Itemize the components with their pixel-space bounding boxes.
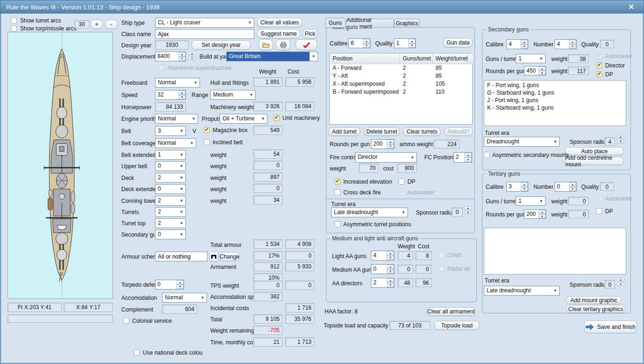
turrets-dropdown[interactable]: 2▼ — [155, 207, 186, 217]
tg-sponson-step-buttons[interactable]: ▲▼ — [617, 277, 624, 287]
spin-up-icon[interactable]: ▲ — [188, 52, 196, 55]
torpedo-defence-spinner[interactable]: 0 ▲▼ — [155, 280, 184, 290]
list-item[interactable]: K - Starboard wing, 1 guns — [487, 104, 623, 111]
spin-up-icon[interactable]: ▲ — [363, 39, 370, 44]
mg-sponson-step-buttons[interactable]: ▲▼ — [464, 206, 472, 215]
spin-up-icon[interactable]: ▲ — [539, 210, 546, 214]
national-deck-colour-checkbox[interactable] — [134, 349, 140, 356]
chevron-down-icon[interactable]: ▼ — [178, 185, 185, 193]
armour-scheme-input[interactable] — [155, 252, 207, 261]
sg-calibre-spinner[interactable]: 4 ▲▼ — [506, 39, 528, 49]
spin-down-icon[interactable]: ▼ — [408, 44, 415, 48]
turret-top-dropdown[interactable]: 2▼ — [155, 218, 186, 228]
spin-down-icon[interactable]: ▼ — [464, 211, 472, 215]
chevron-down-icon[interactable]: ▼ — [400, 208, 407, 217]
spin-up-icon[interactable]: ▲ — [569, 40, 576, 45]
speed-spinner[interactable]: 32 ▲▼ — [155, 90, 186, 100]
col-guns-per-turret[interactable]: Guns/turret — [400, 53, 433, 64]
belt-dropdown[interactable]: 3▼ — [155, 126, 186, 136]
table-row[interactable]: B - Forward superimposed2110 — [330, 88, 472, 96]
class-name-input[interactable] — [155, 29, 254, 39]
delete-turret-button[interactable]: Delete turret — [364, 127, 400, 136]
zoom-out-button[interactable]: - — [105, 20, 118, 29]
aa-directors-spinner[interactable]: 2 ▲▼ — [371, 278, 394, 288]
freeboard-dropdown[interactable]: Normal▼ — [155, 78, 200, 88]
medium-aa-spinner[interactable]: 0 ▲▼ — [371, 264, 394, 274]
propulsion-dropdown[interactable]: Oil + Turbine▼ — [220, 114, 267, 124]
spin-down-icon[interactable]: ▼ — [465, 157, 472, 162]
ship-view[interactable] — [7, 32, 113, 299]
chevron-down-icon[interactable]: ▼ — [408, 153, 416, 162]
spin-up-icon[interactable]: ▲ — [387, 251, 394, 256]
spin-up-icon[interactable]: ▲ — [464, 206, 472, 210]
chevron-down-icon[interactable]: ▼ — [259, 114, 267, 123]
colonial-service-checkbox[interactable] — [123, 318, 129, 324]
spin-down-icon[interactable]: ▼ — [177, 285, 184, 290]
sg-dp-checkbox[interactable] — [596, 71, 602, 77]
spin-down-icon[interactable]: ▼ — [178, 95, 185, 100]
sg-turret-era-dropdown[interactable]: Dreadnought▼ — [484, 137, 560, 147]
table-row[interactable]: X - Aft superimposed2105 — [330, 80, 472, 88]
belt-extended-dropdown[interactable]: 1▼ — [155, 150, 186, 160]
fc-positions-spinner[interactable]: 2 ▲▼ — [453, 152, 472, 163]
inclined-belt-checkbox[interactable] — [204, 139, 210, 145]
spin-down-icon[interactable]: ▼ — [178, 57, 185, 61]
spin-up-icon[interactable]: ▲ — [178, 52, 185, 57]
spin-down-icon[interactable]: ▼ — [188, 56, 196, 60]
armour-scheme-icon-button[interactable] — [209, 252, 218, 261]
chevron-down-icon[interactable]: ▼ — [310, 52, 318, 61]
spin-up-icon[interactable]: ▲ — [617, 135, 624, 139]
tg-dp-checkbox[interactable] — [596, 208, 602, 214]
chevron-down-icon[interactable]: ▼ — [188, 139, 196, 148]
print-button[interactable] — [276, 39, 290, 50]
ship-type-dropdown[interactable]: CL - Light cruiser▼ — [155, 18, 254, 28]
spin-up-icon[interactable]: ▲ — [569, 182, 576, 187]
armour-scheme-change-button[interactable]: Change — [220, 252, 239, 261]
spin-down-icon[interactable]: ▼ — [387, 283, 394, 288]
auto-place-button[interactable]: Auto place — [565, 147, 624, 155]
zoom-in-button[interactable]: + — [90, 20, 103, 29]
spin-up-icon[interactable]: ▲ — [617, 278, 624, 282]
spin-up-icon[interactable]: ▲ — [387, 265, 394, 269]
sg-guns-per-turret-dropdown[interactable]: 1▼ — [516, 54, 546, 63]
list-item[interactable]: J - Port wing, 1 guns — [487, 97, 623, 104]
table-row[interactable]: A - Forward285 — [330, 64, 472, 72]
sg-rounds-spinner[interactable]: 450 ▲▼ — [524, 66, 546, 75]
spin-down-icon[interactable]: ▼ — [617, 282, 624, 286]
confirm-button[interactable] — [296, 39, 317, 50]
secondary-mounts-list[interactable]: F - Port wing, 1 guns G - Starboard wing… — [484, 80, 626, 126]
chevron-down-icon[interactable]: ▼ — [551, 137, 559, 146]
cross-deck-fire-checkbox[interactable] — [334, 189, 341, 195]
tertiary-mounts-list[interactable] — [484, 228, 626, 275]
clear-all-values-button[interactable]: Clear all values — [257, 18, 302, 27]
engine-priority-dropdown[interactable]: Normal▼ — [155, 114, 198, 124]
mg-dp-checkbox[interactable] — [399, 178, 405, 185]
chevron-down-icon[interactable]: ▼ — [178, 162, 185, 171]
spin-down-icon[interactable]: ▼ — [539, 71, 546, 75]
tg-number-spinner[interactable]: 0 ▲▼ — [555, 182, 577, 192]
chevron-down-icon[interactable]: ▼ — [190, 114, 198, 123]
chevron-down-icon[interactable]: ▼ — [178, 208, 185, 216]
add-mount-graphic-button[interactable]: Add mount graphic — [566, 296, 622, 304]
col-position[interactable]: Position — [330, 53, 400, 64]
list-item[interactable]: G - Starboard wing, 1 guns — [487, 89, 623, 97]
increased-elevation-checkbox[interactable] — [334, 178, 341, 185]
chevron-down-icon[interactable]: ▼ — [178, 196, 185, 205]
col-weight-per-turret[interactable]: Weight/turret — [433, 53, 467, 64]
light-aa-spinner[interactable]: 4 ▲▼ — [371, 251, 394, 260]
deck-dropdown[interactable]: 2▼ — [155, 173, 186, 183]
chevron-down-icon[interactable]: ▼ — [192, 78, 200, 87]
deck-extended-dropdown[interactable]: 0▼ — [155, 184, 186, 194]
spin-up-icon[interactable]: ▲ — [178, 90, 185, 95]
build-at-yard-dropdown[interactable]: Great Britain▼ — [226, 52, 318, 61]
sg-number-spinner[interactable]: 4 ▲▼ — [555, 39, 577, 49]
clear-turrets-button[interactable]: Clear turrets — [403, 127, 441, 136]
displacement-spinner[interactable]: 8400 ▲▼ — [155, 52, 186, 61]
spin-down-icon[interactable]: ▼ — [539, 214, 546, 218]
upper-belt-dropdown[interactable]: 0▼ — [155, 161, 186, 171]
belt-coverage-dropdown[interactable]: Normal▼ — [155, 138, 196, 148]
mg-rounds-spinner[interactable]: 200 ▲▼ — [371, 139, 394, 149]
chevron-down-icon[interactable]: ▼ — [537, 197, 545, 205]
add-odd-centreline-button[interactable]: Add odd centreline mount — [565, 157, 624, 165]
spin-down-icon[interactable]: ▼ — [569, 45, 576, 49]
